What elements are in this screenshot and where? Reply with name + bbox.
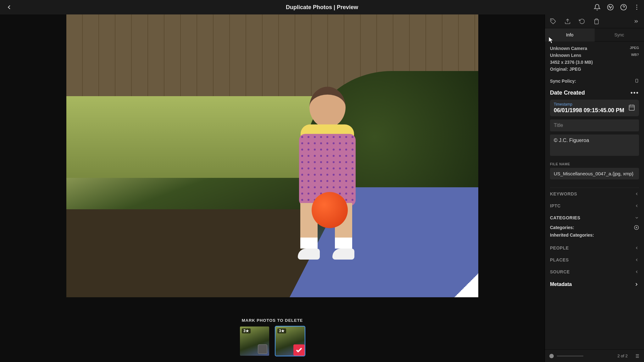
chevron-left-icon: [635, 258, 639, 262]
item-counter: 2 of 2: [617, 354, 628, 358]
calendar-icon[interactable]: [628, 104, 635, 111]
section-places[interactable]: PLACES: [550, 254, 639, 266]
timestamp-value: 06/01/1998 09:15:45.00 PM: [554, 107, 635, 114]
date-more-icon[interactable]: •••: [630, 89, 639, 96]
wb-badge: WB?: [631, 53, 639, 57]
thumbnail[interactable]: 3★: [275, 326, 305, 356]
more-vertical-icon[interactable]: [633, 4, 640, 11]
meta-lens: Unknown Lens WB?: [550, 53, 639, 58]
meta-original: Original: JPEG: [550, 67, 639, 72]
filename-label: FILE NAME: [550, 162, 639, 166]
page-title: Duplicate Photos | Preview: [286, 4, 358, 11]
thumb-rating-badge: 3★: [277, 328, 286, 333]
categories-line: Categories:: [550, 224, 639, 231]
copyright-input[interactable]: © J.C. Figueroa: [550, 134, 639, 156]
section-keywords[interactable]: KEYWORDS: [550, 188, 639, 200]
thumb-rating-badge: 3★: [242, 328, 251, 333]
title-input[interactable]: Title: [550, 119, 639, 131]
sync-policy-icon: [635, 79, 639, 84]
svg-point-4: [636, 7, 637, 8]
zoom-slider-track[interactable]: [557, 356, 583, 356]
main-area: MARK PHOTOS TO DELETE 3★ 3★: [0, 14, 644, 362]
chevron-right-icon: [634, 282, 639, 287]
chevron-left-icon: [635, 270, 639, 274]
expand-icon[interactable]: [633, 19, 639, 24]
svg-point-0: [608, 4, 613, 10]
tag-icon[interactable]: [550, 18, 556, 25]
chevron-left-icon: [635, 204, 639, 208]
chevron-left-icon: [635, 192, 639, 196]
panel-footer: 2 of 2: [545, 349, 644, 362]
back-button[interactable]: [4, 2, 14, 13]
tab-info[interactable]: Info: [545, 28, 595, 41]
filmstrip: 3★ 3★: [240, 326, 305, 362]
timestamp-label: Timestamp: [554, 102, 635, 107]
section-iptc[interactable]: IPTC: [550, 200, 639, 212]
trash-icon[interactable]: [593, 18, 600, 25]
activity-icon[interactable]: [607, 4, 614, 11]
meta-dimensions: 3452 x 2376 (3.0 MB): [550, 60, 639, 65]
filename-value[interactable]: US_Miscellaneous_0047_a.{jpg, xmp}: [550, 168, 639, 179]
add-category-icon[interactable]: [634, 225, 639, 230]
thumbnail[interactable]: 3★: [240, 326, 269, 356]
list-view-icon[interactable]: [634, 353, 640, 359]
chevron-left-icon: [635, 246, 639, 250]
section-categories[interactable]: CATEGORIES: [550, 212, 639, 224]
svg-point-5: [636, 9, 637, 10]
thumb-mark-checkbox[interactable]: [258, 344, 267, 354]
zoom-slider-handle[interactable]: [549, 354, 554, 358]
preview-photo[interactable]: [66, 14, 478, 297]
section-people[interactable]: PEOPLE: [550, 242, 639, 254]
chevron-down-icon: [635, 216, 639, 220]
svg-rect-9: [629, 105, 635, 111]
undo-icon[interactable]: [579, 18, 585, 25]
panel-tabs: Info Sync: [545, 28, 644, 41]
app-header: Duplicate Photos | Preview: [0, 0, 644, 14]
tab-sync[interactable]: Sync: [595, 28, 644, 41]
svg-point-3: [636, 5, 637, 6]
sync-policy-row[interactable]: Sync Policy:: [550, 79, 639, 84]
photo-viewer: MARK PHOTOS TO DELETE 3★ 3★: [0, 14, 545, 362]
date-created-heading: Date Created: [550, 90, 585, 96]
thumb-mark-checkbox[interactable]: [293, 344, 305, 356]
upload-icon[interactable]: [564, 18, 571, 25]
bell-icon[interactable]: [594, 4, 601, 11]
inherited-categories-line: Inherited Categories:: [550, 231, 639, 239]
format-badge: JPEG: [630, 46, 639, 50]
info-panel: Info Sync Unknown Camera JPEG Unknown Le…: [545, 14, 644, 362]
section-source[interactable]: SOURCE: [550, 266, 639, 278]
help-icon[interactable]: [620, 4, 627, 11]
filmstrip-label: MARK PHOTOS TO DELETE: [242, 318, 303, 323]
svg-rect-8: [636, 79, 638, 83]
section-metadata[interactable]: Metadata: [550, 278, 639, 289]
svg-point-6: [552, 20, 552, 20]
panel-toolbar: [545, 14, 644, 28]
meta-camera: Unknown Camera JPEG: [550, 46, 639, 51]
timestamp-field[interactable]: Timestamp 06/01/1998 09:15:45.00 PM: [550, 100, 639, 116]
